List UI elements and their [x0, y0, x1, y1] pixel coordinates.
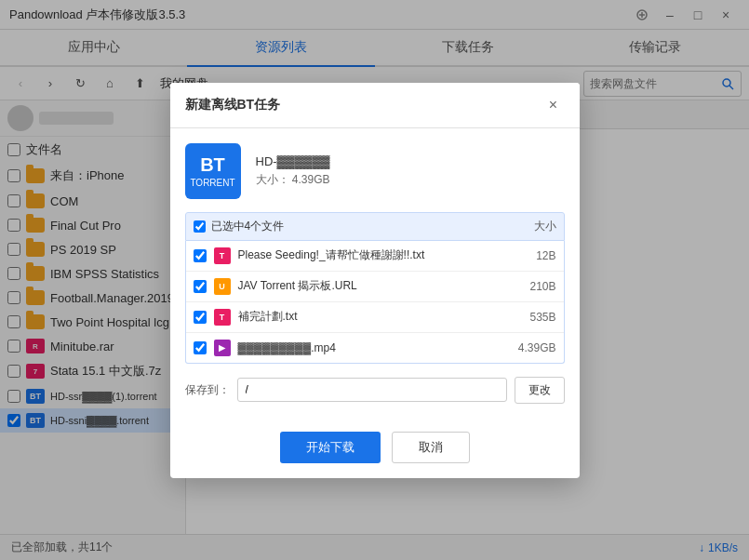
txt-icon: T [214, 309, 231, 326]
file-size: 4.39GB [518, 341, 556, 354]
torrent-size: 大小： 4.39GB [256, 172, 565, 188]
save-label: 保存到： [185, 382, 230, 398]
torrent-file-item: ▶ ▓▓▓▓▓▓▓▓▓.mp4 4.39GB [186, 333, 564, 363]
modal-header: 新建离线BT任务 × [170, 83, 580, 128]
modal-body: BT TORRENT HD-▓▓▓▓▓▓ 大小： 4.39GB 已选中4个文件 … [170, 128, 580, 432]
torrent-file-item: T Please Seeding!_请帮忙做種謝謝!!.txt 12B [186, 241, 564, 272]
url-icon: U [214, 278, 231, 295]
size-col-label: 大小 [534, 219, 556, 234]
modal-close-button[interactable]: × [542, 94, 565, 116]
file-name: JAV Torrent 揭示板.URL [238, 278, 523, 294]
modal-title: 新建离线BT任务 [185, 97, 281, 113]
torrent-name: HD-▓▓▓▓▓▓ [256, 154, 565, 168]
select-all-files-checkbox[interactable] [194, 220, 206, 233]
file-size: 210B [529, 280, 555, 293]
torrent-info: BT TORRENT HD-▓▓▓▓▓▓ 大小： 4.39GB [185, 143, 565, 199]
file-name: ▓▓▓▓▓▓▓▓▓.mp4 [238, 341, 511, 354]
torrent-file-item: U JAV Torrent 揭示板.URL 210B [186, 272, 564, 302]
torrent-details: HD-▓▓▓▓▓▓ 大小： 4.39GB [256, 154, 565, 188]
change-path-button[interactable]: 更改 [515, 377, 565, 404]
save-path-input[interactable] [237, 378, 507, 402]
start-download-button[interactable]: 开始下载 [280, 432, 381, 463]
modal-overlay: 新建离线BT任务 × BT TORRENT HD-▓▓▓▓▓▓ 大小： 4.39… [0, 0, 749, 560]
file-name: Please Seeding!_请帮忙做種謝謝!!.txt [238, 247, 529, 263]
file-size: 12B [536, 249, 555, 262]
file-checkbox[interactable] [194, 341, 207, 354]
bt-text: BT [200, 154, 225, 176]
file-checkbox[interactable] [194, 311, 207, 324]
txt-icon: T [214, 247, 231, 264]
mp4-icon: ▶ [214, 340, 231, 356]
save-path-row: 保存到： 更改 [185, 377, 565, 404]
file-name: 補完計劃.txt [238, 309, 523, 325]
selected-count: 已选中4个文件 [211, 219, 285, 234]
file-list-header: 已选中4个文件 大小 [185, 212, 565, 241]
cancel-button[interactable]: 取消 [392, 432, 470, 463]
file-checkbox[interactable] [194, 280, 207, 293]
torrent-file-list: T Please Seeding!_请帮忙做種謝謝!!.txt 12B U JA… [185, 241, 565, 364]
modal-footer: 开始下载 取消 [170, 432, 580, 478]
file-checkbox[interactable] [194, 249, 207, 262]
file-size: 535B [529, 311, 555, 324]
bt-task-modal: 新建离线BT任务 × BT TORRENT HD-▓▓▓▓▓▓ 大小： 4.39… [170, 83, 580, 478]
torrent-icon: BT TORRENT [185, 143, 241, 199]
torrent-file-item: T 補完計劃.txt 535B [186, 302, 564, 333]
